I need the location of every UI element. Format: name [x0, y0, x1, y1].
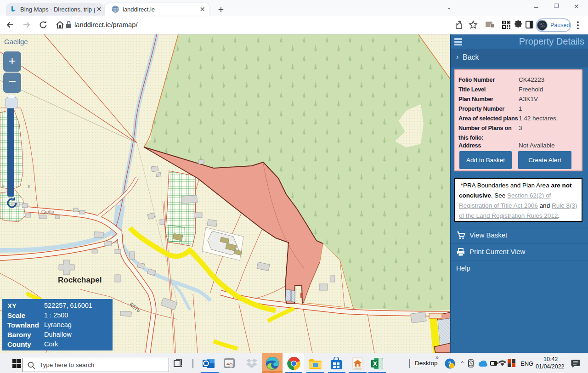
svg-text:Grotto: Grotto — [41, 209, 54, 215]
svg-text:8: 8 — [28, 184, 30, 189]
svg-text:Rockchapel: Rockchapel — [58, 276, 102, 284]
svg-text:5: 5 — [2, 183, 4, 187]
svg-text:?: ? — [448, 361, 452, 367]
